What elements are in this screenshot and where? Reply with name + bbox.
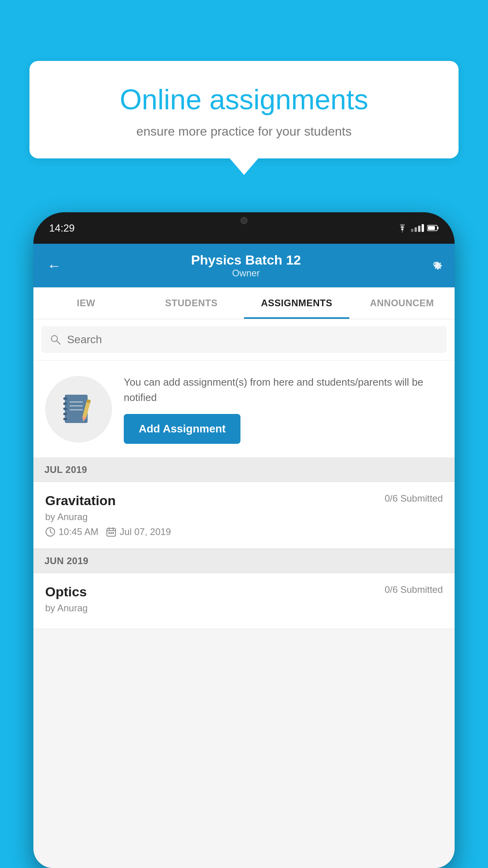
empty-state-text-area: You can add assignment(s) from here and … bbox=[124, 375, 443, 444]
speech-bubble-title: Online assignments bbox=[53, 83, 435, 116]
speech-bubble-container: Online assignments ensure more practice … bbox=[29, 61, 459, 158]
assignment-date-item: Jul 07, 2019 bbox=[106, 526, 171, 537]
phone-frame: 14:29 bbox=[33, 212, 455, 868]
assignment-time-item: 10:45 AM bbox=[45, 526, 98, 537]
assignment-title-optics: Optics bbox=[45, 584, 87, 600]
month-header-jun: JUN 2019 bbox=[33, 549, 455, 573]
status-time: 14:29 bbox=[49, 222, 75, 234]
svg-rect-6 bbox=[63, 397, 67, 400]
svg-rect-25 bbox=[110, 532, 112, 534]
assignment-title: Gravitation bbox=[45, 493, 116, 508]
assignment-submitted: 0/6 Submitted bbox=[385, 493, 443, 504]
status-bar: 14:29 bbox=[33, 212, 455, 244]
empty-state-card: You can add assignment(s) from here and … bbox=[33, 361, 455, 458]
search-container bbox=[33, 319, 455, 360]
notebook-icon bbox=[61, 392, 96, 427]
svg-rect-1 bbox=[437, 227, 438, 229]
tab-iew[interactable]: IEW bbox=[33, 287, 139, 319]
assignment-submitted-optics: 0/6 Submitted bbox=[385, 584, 443, 595]
tabs-container: IEW STUDENTS ASSIGNMENTS ANNOUNCEM bbox=[33, 287, 455, 319]
search-icon bbox=[50, 334, 61, 346]
speech-bubble-subtitle: ensure more practice for your students bbox=[53, 124, 435, 139]
phone-screen: ← Physics Batch 12 Owner IEW STUDENTS AS… bbox=[33, 244, 455, 868]
svg-rect-24 bbox=[108, 532, 110, 534]
status-icons bbox=[397, 224, 439, 232]
svg-rect-9 bbox=[63, 413, 67, 415]
svg-rect-10 bbox=[63, 418, 67, 420]
svg-rect-2 bbox=[428, 226, 435, 230]
svg-rect-7 bbox=[63, 403, 67, 405]
svg-line-19 bbox=[50, 532, 52, 533]
content-area: You can add assignment(s) from here and … bbox=[33, 319, 455, 868]
svg-line-4 bbox=[57, 341, 60, 344]
add-assignment-button[interactable]: Add Assignment bbox=[124, 414, 240, 444]
signal-icon bbox=[411, 224, 424, 232]
month-header-jul: JUL 2019 bbox=[33, 458, 455, 482]
empty-state-description: You can add assignment(s) from here and … bbox=[124, 375, 443, 405]
tab-students[interactable]: STUDENTS bbox=[139, 287, 244, 319]
assignment-top-row-optics: Optics 0/6 Submitted bbox=[45, 584, 443, 600]
search-input[interactable] bbox=[67, 333, 438, 346]
calendar-icon bbox=[106, 527, 116, 537]
battery-icon bbox=[427, 224, 439, 232]
wifi-icon bbox=[397, 224, 408, 232]
svg-rect-11 bbox=[70, 401, 83, 403]
assignment-meta: by Anurag bbox=[45, 511, 443, 522]
assignment-top-row: Gravitation 0/6 Submitted bbox=[45, 493, 443, 508]
assignment-datetime: 10:45 AM Jul 07, 2019 bbox=[45, 526, 443, 537]
search-wrapper[interactable] bbox=[41, 326, 447, 353]
svg-rect-12 bbox=[70, 405, 83, 406]
svg-rect-8 bbox=[63, 408, 67, 410]
assignment-meta-optics: by Anurag bbox=[45, 603, 443, 614]
speech-bubble: Online assignments ensure more practice … bbox=[29, 61, 459, 158]
assignment-item-optics[interactable]: Optics 0/6 Submitted by Anurag bbox=[33, 573, 455, 629]
phone-camera bbox=[240, 217, 248, 224]
batch-subtitle: Owner bbox=[191, 268, 301, 279]
phone-notch bbox=[220, 212, 268, 228]
header-title-area: Physics Batch 12 Owner bbox=[191, 252, 301, 279]
svg-rect-13 bbox=[70, 409, 83, 410]
empty-state-icon bbox=[45, 376, 112, 443]
svg-rect-26 bbox=[112, 532, 114, 534]
app-header: ← Physics Batch 12 Owner bbox=[33, 244, 455, 287]
batch-title: Physics Batch 12 bbox=[191, 252, 301, 268]
back-button[interactable]: ← bbox=[45, 256, 63, 276]
tab-assignments[interactable]: ASSIGNMENTS bbox=[244, 287, 349, 319]
assignment-date: Jul 07, 2019 bbox=[119, 526, 171, 537]
assignment-item-gravitation[interactable]: Gravitation 0/6 Submitted by Anurag 10:4… bbox=[33, 482, 455, 549]
tab-announcements[interactable]: ANNOUNCEM bbox=[349, 287, 455, 319]
settings-button[interactable] bbox=[429, 257, 443, 274]
clock-icon bbox=[45, 527, 55, 537]
assignment-time: 10:45 AM bbox=[59, 526, 98, 537]
